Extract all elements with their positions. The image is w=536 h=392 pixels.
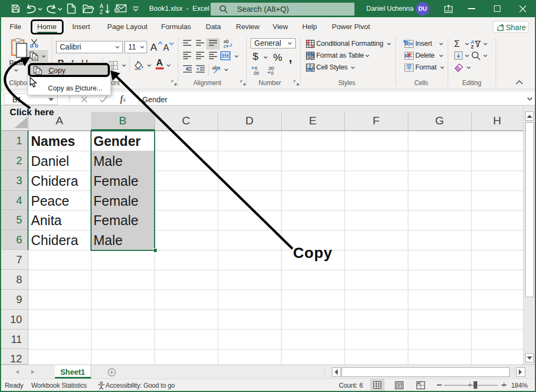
svg-text:ab: ab [212, 65, 218, 71]
svg-text:0: 0 [271, 71, 274, 75]
svg-text:Z: Z [100, 9, 103, 15]
svg-text:Z: Z [471, 44, 474, 49]
svg-text:.00: .00 [253, 71, 259, 75]
svg-text:c: c [224, 44, 226, 48]
svg-text:A: A [100, 3, 103, 9]
